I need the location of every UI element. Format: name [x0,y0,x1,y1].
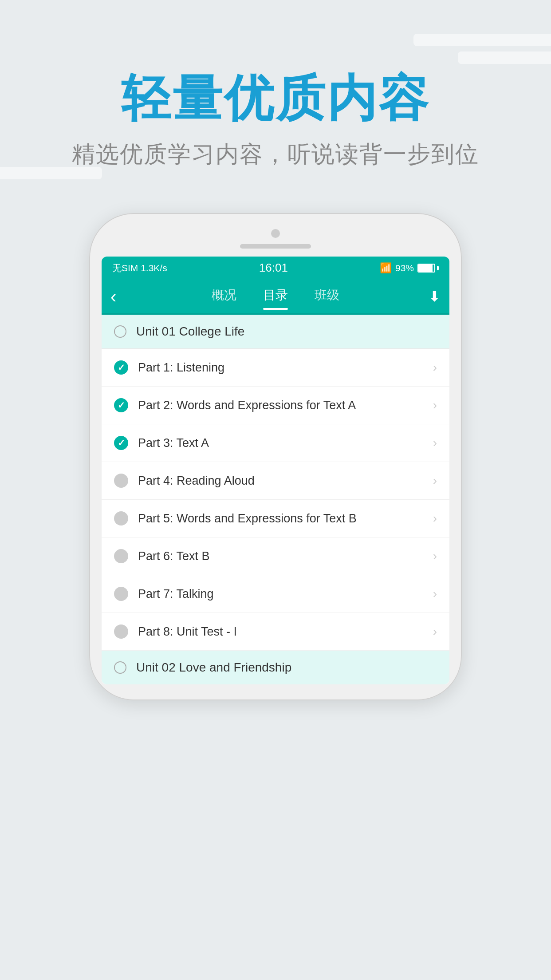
battery-percent: 93% [395,263,414,273]
part8-name: Part 8: Unit Test - I [138,625,433,639]
part7-row[interactable]: Part 7: Talking › [102,575,449,613]
part3-row[interactable]: Part 3: Text A › [102,424,449,462]
part6-name: Part 6: Text B [138,549,433,563]
wifi-icon: 📶 [380,262,392,274]
part7-icon [114,587,128,601]
part4-icon [114,474,128,488]
part1-chevron: › [433,360,437,375]
unit01-circle [114,325,126,338]
part4-row[interactable]: Part 4: Reading Aloud › [102,462,449,500]
phone-outer: 无SIM 1.3K/s 16:01 📶 93% ‹ 概况 [89,213,462,700]
battery-bar [417,264,439,273]
part7-chevron: › [433,587,437,601]
tab-contents[interactable]: 目录 [263,287,288,306]
part3-chevron: › [433,436,437,450]
part5-icon [114,511,128,526]
top-section: 轻量优质内容 精选优质学习内容，听说读背一步到位 [0,0,551,170]
battery-fill [418,265,433,272]
battery-tip [437,266,439,270]
status-bar: 无SIM 1.3K/s 16:01 📶 93% [102,257,449,279]
part6-icon [114,549,128,563]
phone-screen: 无SIM 1.3K/s 16:01 📶 93% ‹ 概况 [102,257,449,684]
part6-chevron: › [433,549,437,563]
part5-chevron: › [433,511,437,526]
unit02-title: Unit 02 Love and Friendship [136,660,291,675]
part4-chevron: › [433,474,437,488]
unit01-title: Unit 01 College Life [136,324,244,339]
main-title: 轻量优质内容 [0,71,551,126]
phone-camera [271,229,280,238]
part3-icon [114,436,128,450]
part6-row[interactable]: Part 6: Text B › [102,537,449,575]
part7-name: Part 7: Talking [138,587,433,601]
unit01-row[interactable]: Unit 01 College Life [102,315,449,349]
part4-name: Part 4: Reading Aloud [138,474,433,488]
part8-row[interactable]: Part 8: Unit Test - I › [102,613,449,651]
subtitle: 精选优质学习内容，听说读背一步到位 [0,139,551,170]
unit02-circle [114,661,126,674]
part5-row[interactable]: Part 5: Words and Expressions for Text B… [102,500,449,537]
part8-chevron: › [433,624,437,639]
part2-row[interactable]: Part 2: Words and Expressions for Text A… [102,387,449,424]
part8-icon [114,624,128,639]
status-time: 16:01 [259,261,288,275]
nav-tabs: 概况 目录 班级 [137,287,414,306]
back-button[interactable]: ‹ [110,288,137,305]
part1-icon [114,360,128,375]
tab-class[interactable]: 班级 [315,287,339,306]
part2-name: Part 2: Words and Expressions for Text A [138,399,433,412]
content-list: Unit 01 College Life Part 1: Listening ›… [102,315,449,684]
unit02-row[interactable]: Unit 02 Love and Friendship [102,651,449,684]
part3-name: Part 3: Text A [138,436,433,450]
status-right: 📶 93% [380,262,439,274]
status-signal: 无SIM 1.3K/s [112,262,167,274]
phone-mockup: 无SIM 1.3K/s 16:01 📶 93% ‹ 概况 [89,213,462,700]
download-button[interactable]: ⬇ [414,288,441,305]
part2-chevron: › [433,398,437,412]
part1-name: Part 1: Listening [138,361,433,375]
tab-overview[interactable]: 概况 [212,287,236,306]
part1-row[interactable]: Part 1: Listening › [102,349,449,387]
part2-icon [114,398,128,412]
nav-bar: ‹ 概况 目录 班级 ⬇ [102,279,449,315]
part5-name: Part 5: Words and Expressions for Text B [138,512,433,526]
battery-rect [417,264,435,273]
phone-speaker [240,244,311,249]
